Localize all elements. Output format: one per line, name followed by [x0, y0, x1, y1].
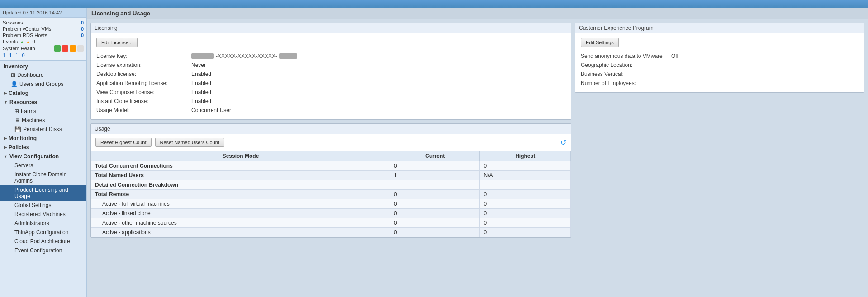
edit-license-button[interactable]: Edit License... [96, 38, 138, 47]
active-full-vm-highest: 0 [480, 199, 571, 209]
system-health-label: System Health [3, 46, 35, 51]
sidebar-item-label: Dashboard [17, 72, 44, 78]
sidebar-item-monitoring[interactable]: ▶ Monitoring [0, 134, 86, 143]
key-separator-1: -XXXXX-XXXXX-XXXXX- [215, 53, 278, 59]
health-num-2: 1 [9, 52, 12, 58]
sidebar-item-label: Servers [14, 162, 33, 169]
active-other-highest: 0 [480, 218, 571, 228]
sidebar-item-label: Persistent Disks [23, 126, 62, 132]
sidebar-item-resources[interactable]: ▼ Resources [0, 98, 86, 107]
app-remoting-label: Application Remoting license: [96, 80, 191, 86]
events-label: Events [3, 39, 18, 44]
sidebar-item-product-licensing[interactable]: Product Licensing and Usage [0, 185, 86, 201]
sidebar-item-farms[interactable]: ⊞ Farms [0, 107, 86, 116]
cep-panel-title: Customer Experience Program [575, 23, 864, 33]
content-body: Licensing Edit License... License Key: -… [87, 19, 868, 297]
total-concurrent-label: Total Concurrent Connections [91, 161, 390, 171]
sidebar-item-administrators[interactable]: Administrators [0, 219, 86, 228]
app-remoting-value: Enabled [191, 80, 211, 86]
top-bar [0, 0, 868, 8]
sidebar-item-global-settings[interactable]: Global Settings [0, 201, 86, 210]
table-row: Total Named Users 1 N/A [91, 171, 571, 180]
cep-content: Edit Settings Send anonymous data to VMw… [575, 33, 864, 92]
events-warn-icon: ▲ [26, 39, 31, 44]
col-current: Current [390, 151, 479, 161]
health-box-green [54, 45, 61, 52]
active-linked-clone-label: Active - linked clone [91, 209, 390, 218]
license-key-row: License Key: -XXXXX-XXXXX-XXXXX- [96, 52, 565, 61]
licensing-panel-content: Edit License... License Key: -XXXXX-XXXX… [91, 33, 571, 119]
licensing-panel-title: Licensing [91, 23, 571, 33]
usage-model-label: Usage Model: [96, 107, 191, 113]
sidebar: Updated 07.11.2016 14:42 Sessions 0 Prob… [0, 8, 87, 297]
reset-highest-button[interactable]: Reset Highest Count [95, 138, 152, 147]
table-row: Total Remote 0 0 [91, 190, 571, 199]
dashboard-icon: ⊞ [11, 72, 15, 78]
health-num-1: 1 [3, 52, 5, 58]
sessions-label: Sessions [3, 20, 23, 25]
sidebar-item-label: Registered Machines [14, 211, 66, 217]
sidebar-item-label: Resources [9, 99, 37, 105]
active-other-current: 0 [390, 218, 479, 228]
view-composer-row: View Composer license: Enabled [96, 88, 565, 97]
cep-panel: Customer Experience Program Edit Setting… [575, 23, 864, 93]
instant-clone-row: Instant Clone license: Enabled [96, 97, 565, 106]
detailed-breakdown-highest [480, 180, 571, 190]
sidebar-item-catalog[interactable]: ▶ Catalog [0, 89, 86, 98]
sidebar-status: Sessions 0 Problem vCenter VMs 0 Problem… [0, 18, 86, 61]
sidebar-item-view-configuration[interactable]: ▼ View Configuration [0, 152, 86, 161]
licensing-panel: Licensing Edit License... License Key: -… [90, 23, 571, 120]
view-config-toggle-icon: ▼ [4, 154, 8, 159]
sidebar-item-label: Cloud Pod Architecture [14, 238, 70, 245]
active-linked-clone-highest: 0 [480, 209, 571, 218]
total-named-highest: N/A [480, 171, 571, 180]
license-key-label: License Key: [96, 53, 191, 59]
detailed-breakdown-current [390, 180, 479, 190]
right-panel: Customer Experience Program Edit Setting… [575, 23, 864, 293]
sidebar-item-policies[interactable]: ▶ Policies [0, 143, 86, 152]
reset-named-users-button[interactable]: Reset Named Users Count [155, 138, 224, 147]
app-remoting-row: Application Remoting license: Enabled [96, 79, 565, 88]
sidebar-item-label: Global Settings [14, 202, 51, 208]
sidebar-item-label: Instant Clone Domain Admins [14, 171, 83, 184]
problem-vcenter-label: Problem vCenter VMs [3, 26, 52, 32]
sidebar-item-label: Administrators [14, 220, 49, 226]
desktop-license-row: Desktop license: Enabled [96, 70, 565, 79]
sidebar-item-servers[interactable]: Servers [0, 161, 86, 170]
usage-toolbar: Reset Highest Count Reset Named Users Co… [91, 134, 571, 151]
sidebar-item-registered-machines[interactable]: Registered Machines [0, 210, 86, 219]
edit-settings-button[interactable]: Edit Settings [581, 38, 619, 47]
health-box-gray [77, 45, 84, 52]
license-expiration-value: Never [191, 62, 206, 68]
catalog-toggle-icon: ▶ [4, 91, 7, 95]
sidebar-item-dashboard[interactable]: ⊞ Dashboard [0, 71, 86, 80]
active-apps-highest: 0 [480, 228, 571, 237]
sidebar-item-thinapp[interactable]: ThinApp Configuration [0, 228, 86, 237]
table-row: Active - other machine sources 0 0 [91, 218, 571, 228]
usage-panel: Usage Reset Highest Count Reset Named Us… [90, 123, 571, 238]
problem-rds-value: 0 [81, 33, 84, 38]
sidebar-item-persistent-disks[interactable]: 💾 Persistent Disks [0, 125, 86, 134]
health-box-yellow [70, 45, 76, 52]
problem-rds-label: Problem RDS Hosts [3, 33, 47, 38]
sidebar-item-machines[interactable]: 🖥 Machines [0, 116, 86, 125]
active-apps-label: Active - applications [91, 228, 390, 237]
left-panels: Licensing Edit License... License Key: -… [90, 23, 571, 293]
business-vertical-row: Business Vertical: [581, 70, 859, 79]
sidebar-item-label: Event Configuration [14, 247, 62, 254]
sidebar-item-users-groups[interactable]: 👤 Users and Groups [0, 80, 86, 89]
detailed-breakdown-label: Detailed Connection Breakdown [91, 180, 390, 190]
total-concurrent-highest: 0 [480, 161, 571, 171]
masked-prefix [191, 53, 214, 59]
usage-table: Session Mode Current Highest Total Concu… [91, 151, 571, 237]
sidebar-item-event-configuration[interactable]: Event Configuration [0, 246, 86, 255]
content-area: Licensing and Usage Licensing Edit Licen… [87, 8, 868, 297]
usage-model-row: Usage Model: Concurrent User [96, 106, 565, 115]
sidebar-item-cloud-pod[interactable]: Cloud Pod Architecture [0, 237, 86, 246]
sidebar-item-instant-clone[interactable]: Instant Clone Domain Admins [0, 170, 86, 185]
sidebar-item-label: View Configuration [9, 153, 59, 160]
view-composer-value: Enabled [191, 89, 211, 95]
refresh-icon[interactable]: ↺ [560, 138, 566, 147]
send-anonymous-label: Send anonymous data to VMware [581, 53, 671, 59]
active-other-label: Active - other machine sources [91, 218, 390, 228]
